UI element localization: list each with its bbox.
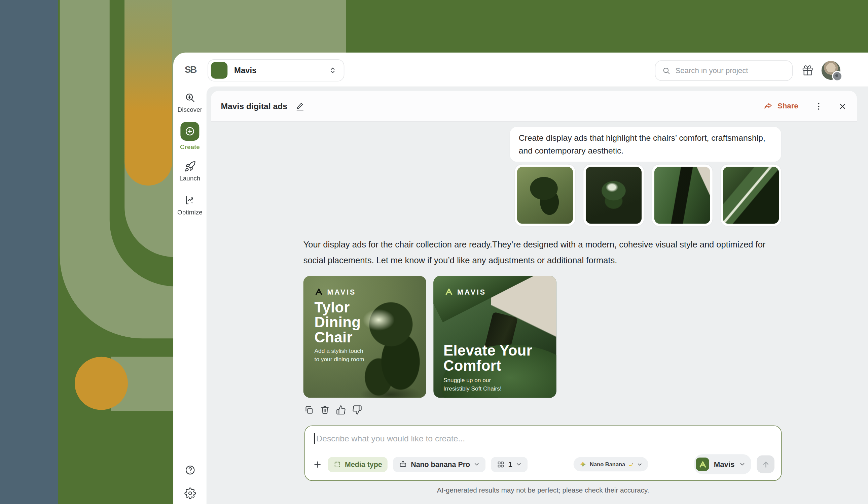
- engine-label: Nano Banana: [590, 461, 625, 467]
- chat-title: Mavis digital ads: [221, 101, 288, 111]
- chat-header: Mavis digital ads Share: [211, 91, 857, 121]
- chat-canvas: Mavis digital ads Share Create display a…: [207, 87, 868, 504]
- avatar-status-badge: [832, 71, 843, 81]
- model-selector-chip[interactable]: Nano banana Pro: [393, 457, 486, 472]
- sidebar-item-label: Create: [180, 143, 200, 150]
- mavis-a-mark-icon: [699, 460, 707, 468]
- grid-icon: [497, 460, 505, 468]
- banana-icon: [628, 461, 634, 467]
- chart-icon: [184, 194, 196, 206]
- text-cursor: [314, 433, 314, 444]
- ai-disclaimer: AI-generated results may not be perfect;…: [304, 486, 782, 494]
- project-color-swatch: [211, 62, 227, 79]
- add-attachment-button[interactable]: [313, 460, 322, 469]
- sidebar-item-label: Launch: [179, 175, 200, 182]
- robot-icon: [399, 460, 407, 468]
- sidebar-item-launch[interactable]: Launch: [173, 161, 207, 182]
- help-icon: [184, 464, 196, 476]
- edit-title-button[interactable]: [295, 101, 305, 111]
- ad-heading: Tylor Dining Chair: [314, 300, 361, 345]
- bg-slate-bar: [0, 0, 58, 504]
- generated-ads-row: MAVIS Tylor Dining Chair Add a stylish t…: [303, 276, 557, 397]
- create-button: [180, 122, 199, 141]
- arrow-up-icon: [761, 460, 771, 469]
- attachment-thumbnail-3[interactable]: [652, 164, 713, 226]
- assistant-message-text: Your display ads for the chair collectio…: [303, 237, 782, 267]
- media-type-label: Media type: [345, 460, 382, 468]
- sidebar-item-label: Optimize: [177, 209, 203, 215]
- discover-icon: [184, 92, 196, 104]
- sidebar-item-optimize[interactable]: Optimize: [173, 194, 207, 216]
- ad-brand-logo: MAVIS: [444, 288, 486, 296]
- share-icon: [764, 101, 774, 111]
- ad-subtext: Add a stylish touch to your dining room: [314, 347, 364, 363]
- user-avatar[interactable]: [822, 61, 840, 80]
- ad-subtext-line: Snuggle up on our: [443, 376, 502, 384]
- search-placeholder: Search in your project: [675, 66, 748, 75]
- chair-image-4: [723, 167, 779, 223]
- gear-icon: [184, 487, 196, 499]
- ad-heading-line: Tylor: [314, 300, 361, 315]
- share-button[interactable]: Share: [764, 101, 798, 111]
- generated-ad-elevate-your-comfort[interactable]: MAVIS Elevate Your Comfort Snuggle up on…: [433, 276, 556, 397]
- delete-icon[interactable]: [320, 405, 330, 415]
- ad-brand-name: MAVIS: [457, 288, 486, 296]
- ad-heading-line: Dining: [314, 315, 361, 330]
- close-button[interactable]: [838, 102, 847, 110]
- ad-subtext-line: Add a stylish touch: [314, 347, 364, 355]
- batch-count-chip[interactable]: 1: [491, 457, 528, 472]
- chevron-down-icon: [637, 461, 643, 467]
- chair-image-1: [517, 167, 573, 223]
- prompt-composer[interactable]: Describe what you would like to create..…: [304, 425, 782, 481]
- sidebar-item-label: Discover: [178, 107, 203, 113]
- thumbs-down-icon[interactable]: [352, 405, 362, 415]
- attachment-thumbnail-4[interactable]: [720, 164, 782, 226]
- chevron-down-icon: [515, 461, 522, 468]
- mavis-a-mark-icon: [444, 288, 453, 296]
- settings-button[interactable]: [173, 487, 207, 499]
- engine-selector-pill[interactable]: Nano Banana: [574, 457, 648, 471]
- prompt-input[interactable]: Describe what you would like to create..…: [314, 433, 465, 444]
- send-button[interactable]: [757, 455, 774, 473]
- sidebar-item-discover[interactable]: Discover: [173, 92, 207, 113]
- app-logo: SB: [183, 63, 198, 77]
- bg-gold-bar: [124, 0, 172, 185]
- plus-circle-icon: [184, 126, 195, 137]
- search-input[interactable]: Search in your project: [655, 60, 793, 81]
- gemini-star-icon: [579, 460, 587, 468]
- project-selector[interactable]: Mavis: [208, 59, 344, 81]
- more-options-button[interactable]: [814, 101, 824, 111]
- thumbs-up-icon[interactable]: [336, 405, 346, 415]
- generated-ad-tylor-dining-chair[interactable]: MAVIS Tylor Dining Chair Add a stylish t…: [303, 276, 426, 397]
- chevron-down-icon: [739, 461, 746, 468]
- sidebar-item-create[interactable]: Create: [173, 122, 207, 150]
- ad-brand-name: MAVIS: [327, 288, 356, 296]
- app-window: SB Mavis Search in your project Discover: [0, 0, 868, 504]
- ad-brand-logo: MAVIS: [314, 288, 356, 296]
- brand-selector-pill[interactable]: Mavis: [694, 454, 751, 474]
- gift-button[interactable]: [802, 65, 813, 76]
- ad-subtext-line: Irresistibly Soft Chairs!: [443, 384, 502, 392]
- brand-label: Mavis: [714, 460, 735, 468]
- help-button[interactable]: [173, 464, 207, 476]
- app-logo-text: SB: [185, 64, 196, 75]
- project-name: Mavis: [234, 66, 328, 75]
- attachment-thumbnail-1[interactable]: [514, 164, 576, 226]
- mavis-logo-square: [696, 457, 709, 471]
- rocket-icon: [184, 161, 196, 172]
- attachment-thumbnail-2[interactable]: [583, 164, 644, 226]
- ad-heading: Elevate Your Comfort: [443, 343, 532, 373]
- prompt-placeholder: Describe what you would like to create..…: [316, 434, 465, 443]
- sidebar: Discover Create Launch Optimize: [173, 87, 207, 504]
- copy-icon[interactable]: [304, 405, 314, 415]
- batch-count-value: 1: [508, 460, 513, 468]
- model-label: Nano banana Pro: [411, 460, 470, 468]
- media-type-chip[interactable]: Media type: [328, 457, 388, 472]
- chevron-down-icon: [473, 461, 480, 468]
- ad-heading-line: Elevate Your: [443, 343, 532, 358]
- bg-gold-circle: [75, 357, 128, 410]
- chevron-updown-icon: [328, 66, 337, 75]
- attached-images-row: [514, 164, 782, 226]
- ad-subtext: Snuggle up on our Irresistibly Soft Chai…: [443, 376, 502, 392]
- ad-subtext-line: to your dining room: [314, 355, 364, 363]
